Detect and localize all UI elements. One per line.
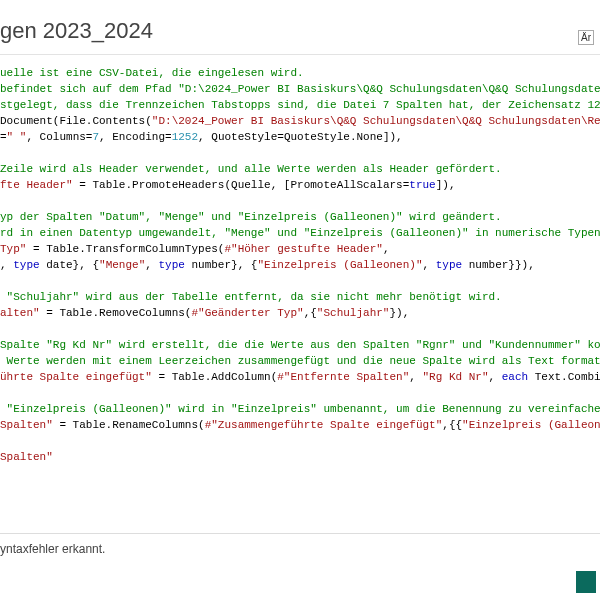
display-options-button[interactable]: Är [578, 30, 594, 45]
code-token: = Table.RenameColumns( [53, 419, 205, 431]
status-bar: yntaxfehler erkannt. [0, 533, 600, 564]
string: "D:\2024_Power BI Basiskurs\Q&Q Schulung… [152, 115, 600, 127]
comment: uelle ist eine CSV-Datei, die eingelesen… [0, 67, 304, 79]
comment: Werte werden mit einem Leerzeichen zusam… [0, 355, 600, 367]
string: #"Zusammengeführte Spalte eingefügt" [205, 419, 443, 431]
code-token: ]), [436, 179, 456, 191]
string: Spalten" [0, 451, 53, 463]
footer [0, 564, 600, 600]
done-button[interactable] [576, 571, 596, 593]
string: "Schuljahr" [317, 307, 390, 319]
code-token: , [489, 371, 502, 383]
number: 1252 [172, 131, 198, 143]
code-token: Text.Combine({[Rgnr], [ [528, 371, 600, 383]
code-token: = Table.TransformColumnTypes( [26, 243, 224, 255]
string: #"Entfernte Spalten" [277, 371, 409, 383]
code-token: ,{ [304, 307, 317, 319]
string: ührte Spalte eingefügt" [0, 371, 152, 383]
comment: stgelegt, dass die Trennzeichen Tabstopp… [0, 99, 600, 111]
code-token: = Table.AddColumn( [152, 371, 277, 383]
string: Spalten" [0, 419, 53, 431]
code-editor[interactable]: uelle ist eine CSV-Datei, die eingelesen… [0, 55, 600, 533]
advanced-editor-dialog: gen 2023_2024 Är uelle ist eine CSV-Date… [0, 0, 600, 600]
code-token: , Columns= [26, 131, 92, 143]
code-token: Document(File.Contents( [0, 115, 152, 127]
string: " " [7, 131, 27, 143]
code-token: = Table.PromoteHeaders(Quelle, [PromoteA… [73, 179, 410, 191]
string: "Rg Kd Nr" [422, 371, 488, 383]
code-token: , [383, 243, 390, 255]
keyword: true [409, 179, 435, 191]
code-token: ,{{ [442, 419, 462, 431]
code-token: number}, { [185, 259, 258, 271]
code-token: = [0, 131, 7, 143]
keyword: each [502, 371, 528, 383]
code-token: , QuoteStyle=QuoteStyle.None]), [198, 131, 403, 143]
string: Typ" [0, 243, 26, 255]
string: alten" [0, 307, 40, 319]
string: #"Höher gestufte Header" [224, 243, 382, 255]
string: "Einzelpreis (Galleonen)" [462, 419, 600, 431]
code-token: , [423, 259, 436, 271]
code-token: , Encoding= [99, 131, 172, 143]
comment: "Schuljahr" wird aus der Tabelle entfern… [0, 291, 502, 303]
comment: "Einzelpreis (Galleonen)" wird in "Einze… [0, 403, 600, 415]
title-area: gen 2023_2024 Är [0, 0, 600, 55]
code-token: , [0, 259, 13, 271]
string: fte Header" [0, 179, 73, 191]
code-token: , [409, 371, 422, 383]
keyword: type [158, 259, 184, 271]
comment: befindet sich auf dem Pfad "D:\2024_Powe… [0, 83, 600, 95]
string: #"Geänderter Typ" [191, 307, 303, 319]
query-title: gen 2023_2024 [0, 18, 600, 44]
string: "Einzelpreis (Galleonen)" [257, 259, 422, 271]
string: "Menge" [99, 259, 145, 271]
code-token: }), [389, 307, 409, 319]
code-token: = Table.RemoveColumns( [40, 307, 192, 319]
comment: yp der Spalten "Datum", "Menge" und "Ein… [0, 211, 502, 223]
keyword: type [13, 259, 39, 271]
keyword: type [436, 259, 462, 271]
comment: rd in einen Datentyp umgewandelt, "Menge… [0, 227, 600, 239]
status-text: yntaxfehler erkannt. [0, 542, 105, 556]
comment: Zeile wird als Header verwendet, und all… [0, 163, 502, 175]
comment: Spalte "Rg Kd Nr" wird erstellt, die die… [0, 339, 600, 351]
code-token: number}}), [462, 259, 535, 271]
code-token: , [145, 259, 158, 271]
code-token: date}, { [40, 259, 99, 271]
